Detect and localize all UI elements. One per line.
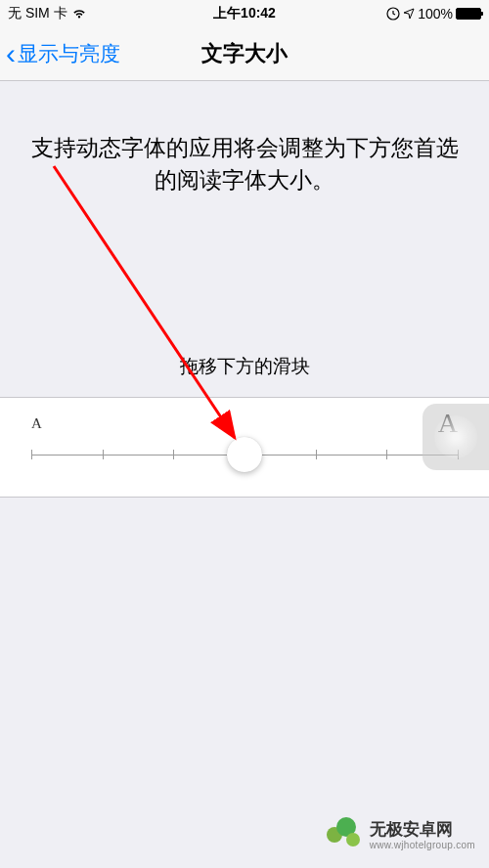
watermark: 无极安卓网 www.wjhotelgroup.com <box>327 817 475 854</box>
watermark-url: www.wjhotelgroup.com <box>370 840 475 850</box>
back-label: 显示与亮度 <box>18 40 120 67</box>
description-text: 支持动态字体的应用将会调整为下方您首选的阅读字体大小。 <box>0 81 489 197</box>
slider-tick <box>386 450 387 459</box>
lock-rotation-icon <box>386 7 400 21</box>
back-button[interactable]: ‹ 显示与亮度 <box>0 39 120 68</box>
slider-tick <box>103 450 104 459</box>
slider-tick <box>173 450 174 459</box>
nav-bar: ‹ 显示与亮度 文字大小 <box>0 27 489 81</box>
slider-tick <box>31 450 32 459</box>
small-a-label: A <box>31 415 42 432</box>
slider-tick <box>316 450 317 459</box>
text-size-slider[interactable] <box>31 440 458 469</box>
status-time: 上午10:42 <box>213 5 276 22</box>
assistive-touch-icon <box>434 415 477 458</box>
slider-size-labels: A A <box>31 415 458 432</box>
battery-icon <box>456 8 481 20</box>
watermark-text: 无极安卓网 www.wjhotelgroup.com <box>370 821 475 850</box>
status-right: 100% <box>386 6 481 22</box>
text-size-slider-container: A A <box>0 397 489 498</box>
battery-percent: 100% <box>418 6 453 22</box>
watermark-logo-icon <box>327 817 364 854</box>
watermark-title: 无极安卓网 <box>370 821 475 840</box>
location-icon <box>403 8 415 20</box>
chevron-left-icon: ‹ <box>6 39 16 68</box>
carrier-text: 无 SIM 卡 <box>8 5 67 22</box>
page-title: 文字大小 <box>201 39 288 68</box>
status-bar: 无 SIM 卡 上午10:42 100% <box>0 0 489 27</box>
slider-instruction: 拖移下方的滑块 <box>0 354 489 379</box>
slider-thumb[interactable] <box>227 437 262 472</box>
status-left: 无 SIM 卡 <box>8 5 87 22</box>
assistive-touch-button[interactable] <box>422 404 489 470</box>
wifi-icon <box>71 8 87 20</box>
